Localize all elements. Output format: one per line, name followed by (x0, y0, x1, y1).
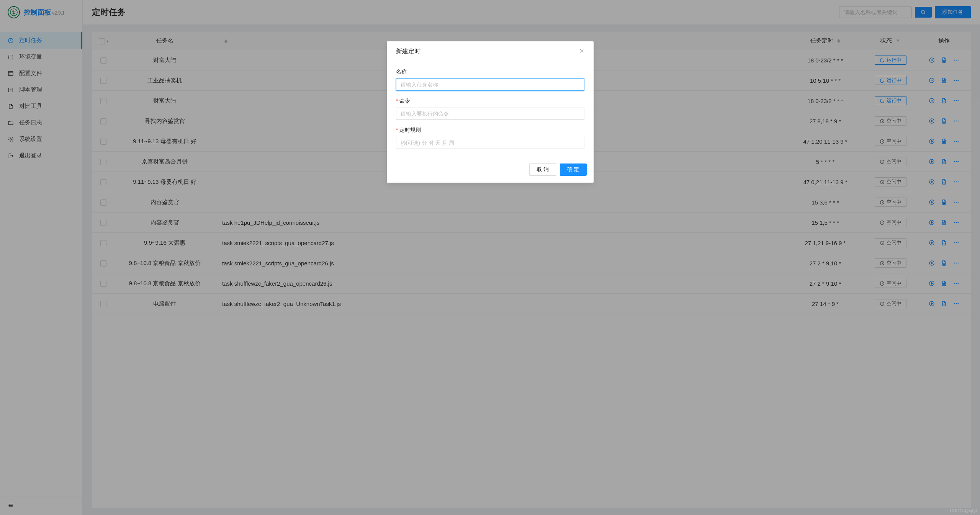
field-label-command: *命令 (396, 98, 584, 105)
modal-title: 新建定时 (396, 47, 420, 56)
modal-header: 新建定时 (387, 41, 594, 62)
modal-close-button[interactable] (579, 48, 584, 55)
modal-body: 名称 *命令 *定时规则 (387, 69, 594, 158)
close-icon (579, 48, 584, 54)
field-label-name: 名称 (396, 69, 584, 75)
modal-mask[interactable]: 新建定时 名称 *命令 *定时规则 (0, 0, 980, 515)
cancel-button[interactable]: 取 消 (529, 163, 556, 176)
name-input[interactable] (396, 78, 584, 91)
modal-footer: 取 消 确 定 (387, 158, 594, 183)
cron-input[interactable] (396, 137, 584, 149)
command-input[interactable] (396, 108, 584, 120)
ok-button[interactable]: 确 定 (560, 163, 587, 176)
field-label-cron: *定时规则 (396, 127, 584, 134)
watermark: CSDN @xjfyt (950, 508, 977, 513)
create-cron-modal: 新建定时 名称 *命令 *定时规则 (387, 41, 594, 183)
